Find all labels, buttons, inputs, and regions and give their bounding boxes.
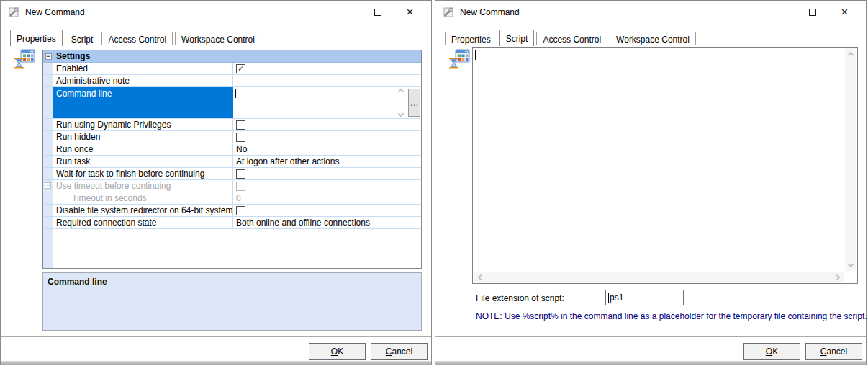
close-icon: × — [841, 6, 849, 18]
minimize-icon — [777, 12, 785, 12]
minimize-button[interactable] — [764, 1, 797, 22]
row-run-once[interactable]: Run once No — [43, 143, 421, 156]
ok-button[interactable]: OK — [309, 343, 366, 360]
maximize-button[interactable] — [796, 1, 828, 22]
close-icon: × — [407, 6, 414, 18]
row-administrative-note[interactable]: Administrative note — [43, 75, 421, 87]
row-label: Disable file system redirector on 64-bit… — [53, 205, 233, 216]
scroll-down-icon[interactable] — [398, 111, 404, 117]
command-icon — [443, 6, 454, 18]
tab-properties[interactable]: Properties — [10, 30, 63, 46]
minimize-icon — [343, 12, 350, 12]
row-label: Required connection state — [53, 217, 233, 228]
dropdown-value[interactable]: Both online and offline connections — [233, 217, 421, 228]
scroll-left-icon[interactable] — [478, 274, 484, 280]
command-line-editor[interactable]: … — [233, 87, 421, 118]
maximize-button[interactable] — [361, 1, 394, 22]
row-use-timeout[interactable]: − Use timeout before continuing — [43, 180, 421, 192]
new-command-window-script: New Command × Properties Script Access C… — [435, 0, 867, 365]
file-extension-value: ps1 — [610, 293, 623, 303]
new-command-window-properties: New Command × Properties Script Access C… — [0, 0, 432, 365]
titlebar[interactable]: New Command × — [435, 1, 866, 24]
collapse-icon[interactable]: − — [45, 182, 51, 189]
window-resize-edge[interactable] — [1, 361, 431, 365]
scroll-up-icon[interactable] — [848, 52, 854, 58]
tab-workspace-control[interactable]: Workspace Control — [610, 32, 696, 45]
task-hourglass-icon — [14, 48, 35, 70]
checkbox-unchecked[interactable] — [236, 206, 245, 215]
row-label: Run hidden — [53, 131, 233, 143]
window-resize-edge[interactable] — [435, 361, 866, 365]
tab-properties[interactable]: Properties — [445, 32, 497, 45]
file-extension-input[interactable]: ps1 — [605, 290, 684, 305]
file-extension-label: File extension of script: — [476, 293, 564, 303]
row-run-dynamic-privileges[interactable]: Run using Dynamic Privileges — [43, 119, 421, 131]
collapse-icon[interactable]: − — [45, 53, 52, 60]
text-value[interactable] — [233, 75, 421, 86]
tab-workspace-control[interactable]: Workspace Control — [175, 32, 261, 45]
button-divider — [435, 336, 866, 338]
scroll-down-icon[interactable] — [848, 262, 854, 267]
grid-header-row[interactable]: − Settings — [43, 50, 421, 63]
button-divider — [1, 336, 431, 338]
text-value-disabled: 0 — [233, 192, 421, 204]
cancel-button[interactable]: Cancel — [805, 343, 862, 360]
grid-header-label: Settings — [56, 51, 90, 61]
row-disable-fs-redirector[interactable]: Disable file system redirector on 64-bit… — [43, 205, 421, 217]
row-label: Wait for task to finish before continuin… — [53, 168, 233, 179]
task-hourglass-icon — [448, 48, 470, 70]
dropdown-value[interactable]: At logon after other actions — [233, 156, 421, 167]
row-wait-for-task[interactable]: Wait for task to finish before continuin… — [43, 168, 421, 180]
grid-empty-area — [43, 229, 421, 268]
tab-script[interactable]: Script — [65, 32, 100, 45]
row-label: Run using Dynamic Privileges — [53, 119, 233, 130]
editor-scroll — [396, 89, 406, 116]
checkbox-checked[interactable]: ✓ — [236, 64, 245, 73]
dropdown-value[interactable]: No — [233, 143, 421, 155]
screen: New Command × Properties Script Access C… — [0, 0, 868, 366]
row-timeout-seconds[interactable]: Timeout in seconds 0 — [43, 192, 421, 205]
scroll-right-icon[interactable] — [834, 274, 840, 280]
tab-strip: Properties Script Access Control Workspa… — [10, 29, 263, 46]
row-label: Run once — [53, 143, 233, 155]
text-caret — [235, 89, 236, 98]
checkbox-unchecked[interactable] — [236, 120, 245, 130]
scroll-up-icon[interactable] — [398, 89, 404, 94]
close-button[interactable]: × — [394, 1, 426, 22]
command-icon — [8, 6, 19, 18]
row-command-line-selected[interactable]: Command line … — [43, 87, 421, 119]
row-enabled[interactable]: Enabled ✓ — [43, 63, 421, 75]
settings-property-grid: − Settings Enabled ✓ Administrative note… — [42, 50, 422, 269]
close-button[interactable]: × — [828, 1, 861, 22]
tab-access-control[interactable]: Access Control — [101, 32, 173, 45]
row-label: Command line — [53, 87, 233, 118]
cancel-button[interactable]: Cancel — [371, 343, 428, 360]
script-textarea[interactable] — [472, 47, 858, 284]
description-title: Command line — [48, 277, 107, 287]
row-label: Administrative note — [53, 75, 233, 86]
browse-ellipsis-button[interactable]: … — [408, 89, 420, 117]
row-run-hidden[interactable]: Run hidden — [43, 131, 421, 143]
row-label: Enabled — [53, 63, 233, 74]
property-description-panel: Command line — [42, 272, 422, 331]
maximize-icon — [809, 9, 816, 16]
tab-strip: Properties Script Access Control Workspa… — [445, 29, 698, 46]
titlebar[interactable]: New Command × — [1, 1, 431, 24]
checkbox-unchecked[interactable] — [236, 169, 245, 179]
minimize-button[interactable] — [330, 1, 362, 22]
checkbox-unchecked[interactable] — [236, 133, 245, 142]
row-required-connection-state[interactable]: Required connection state Both online an… — [43, 217, 421, 229]
row-label: Timeout in seconds — [53, 192, 233, 204]
window-title: New Command — [25, 7, 85, 17]
ok-button[interactable]: OK — [743, 343, 800, 360]
tab-access-control[interactable]: Access Control — [536, 32, 607, 45]
row-run-task[interactable]: Run task At logon after other actions — [43, 156, 421, 168]
row-label: Run task — [53, 156, 233, 167]
text-caret — [475, 50, 476, 60]
script-note-text: NOTE: Use %script% in the command line a… — [476, 311, 867, 321]
horizontal-scrollbar[interactable] — [474, 272, 844, 282]
tab-script[interactable]: Script — [499, 30, 535, 46]
text-caret — [608, 293, 609, 303]
vertical-scrollbar[interactable] — [845, 48, 856, 271]
window-title: New Command — [460, 7, 520, 17]
